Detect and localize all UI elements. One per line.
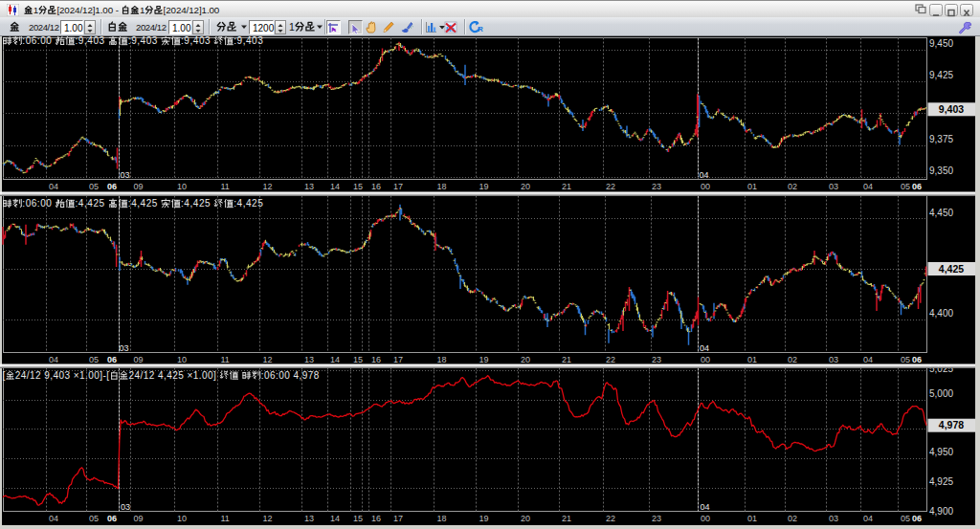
svg-text:20: 20 [521,514,530,523]
svg-text:18: 18 [437,182,447,191]
svg-text:03: 03 [120,343,129,353]
svg-text:06: 06 [107,355,117,364]
svg-text:06: 06 [912,355,922,364]
svg-text:03: 03 [829,355,838,364]
svg-text:4,400: 4,400 [929,308,953,319]
svg-text:4,950: 4,950 [929,447,953,457]
svg-text::9,403: :9,403 [181,36,211,46]
svg-text:20: 20 [521,182,530,191]
svg-text::9,403: :9,403 [234,36,263,46]
svg-text:17: 17 [393,182,403,191]
svg-text:17: 17 [393,355,403,364]
svg-text:24/12 4,425: 24/12 4,425 [129,370,185,381]
svg-text:02: 02 [788,514,797,523]
svg-text:16: 16 [371,514,381,523]
svg-text:R: R [478,25,483,33]
svg-text:10: 10 [177,355,187,364]
svg-text:04: 04 [49,182,58,191]
svg-text:12: 12 [263,182,273,191]
svg-text:×1.00]: ×1.00] [188,370,217,381]
svg-text:4,900: 4,900 [929,506,953,517]
svg-text:13: 13 [304,514,314,523]
svg-text:11: 11 [221,182,230,191]
svg-text:04: 04 [863,182,873,191]
svg-text:06: 06 [912,514,922,523]
svg-text:14: 14 [330,355,340,364]
svg-text:06: 06 [912,182,922,191]
svg-text:18: 18 [437,514,447,523]
svg-text:4,978: 4,978 [939,419,964,430]
svg-text:02: 02 [788,355,797,364]
svg-text:4,425: 4,425 [939,263,964,275]
svg-text:05: 05 [901,355,910,364]
svg-text:01: 01 [747,514,757,523]
svg-text::4,425: :4,425 [128,198,158,209]
svg-text::9,403: :9,403 [76,36,105,46]
svg-text:09: 09 [134,514,144,523]
svg-text:20: 20 [521,355,530,364]
svg-text::06:00 4,978: :06:00 4,978 [261,370,320,381]
svg-text:2024/12: 2024/12 [136,22,167,33]
svg-text:9,403: 9,403 [939,103,964,115]
svg-text:14: 14 [330,514,340,523]
svg-text:[2024/12]1.00: [2024/12]1.00 [164,5,220,15]
svg-text:05: 05 [901,514,910,523]
svg-text:22: 22 [606,355,615,364]
svg-text:21: 21 [562,514,571,523]
svg-text:04: 04 [701,502,710,512]
svg-text:00: 00 [701,514,710,523]
svg-text:22: 22 [606,182,615,191]
svg-text::4,425: :4,425 [234,198,263,209]
svg-text:01: 01 [747,182,757,191]
svg-text:24/12 9,403: 24/12 9,403 [15,370,71,381]
svg-text:2024/12: 2024/12 [29,22,59,33]
svg-text:09: 09 [134,355,144,364]
svg-text:9,450: 9,450 [929,38,953,49]
svg-text:06: 06 [107,182,117,191]
svg-text:12: 12 [263,355,273,364]
svg-text:04: 04 [49,514,58,523]
svg-text::4,425: :4,425 [181,198,211,209]
svg-text::06:00: :06:00 [22,36,52,46]
svg-text:16: 16 [371,182,381,191]
svg-text:21: 21 [562,355,571,364]
svg-text:4,925: 4,925 [929,476,953,487]
svg-text:[: [ [3,370,6,381]
svg-text:03: 03 [121,170,130,180]
svg-text:19: 19 [479,182,489,191]
svg-text:04: 04 [863,514,873,523]
svg-text:06: 06 [107,514,117,523]
svg-text:16: 16 [371,355,381,364]
svg-text:05: 05 [89,182,99,191]
svg-text:[2024/12]1.00 -: [2024/12]1.00 - [56,5,118,15]
svg-text:11: 11 [221,355,230,364]
svg-text:15: 15 [353,514,363,523]
svg-text:00: 00 [701,182,710,191]
svg-text:05: 05 [89,514,99,523]
svg-text:9,425: 9,425 [929,70,953,80]
svg-text:17: 17 [393,514,403,523]
svg-text:01: 01 [747,355,757,364]
svg-text:23: 23 [652,514,661,523]
svg-text:5,000: 5,000 [929,388,953,399]
svg-text:23: 23 [652,355,661,364]
svg-text:09: 09 [134,182,144,191]
svg-text:×1.00]-[: ×1.00]-[ [74,370,110,381]
svg-text:04: 04 [700,170,709,180]
svg-text:13: 13 [304,355,314,364]
svg-text::9,403: :9,403 [128,36,158,46]
svg-text:18: 18 [437,355,447,364]
svg-text::06:00: :06:00 [22,198,52,209]
svg-text:02: 02 [788,182,797,191]
svg-text:4,450: 4,450 [929,208,953,218]
svg-text:13: 13 [304,182,314,191]
svg-text:04: 04 [49,355,58,364]
svg-text:22: 22 [606,514,615,523]
svg-text:1: 1 [33,5,38,15]
svg-text:9,375: 9,375 [929,134,953,144]
svg-text:1: 1 [140,5,145,15]
svg-text:9,350: 9,350 [929,165,953,176]
svg-text:00: 00 [701,355,710,364]
svg-text:19: 19 [479,514,489,523]
svg-text:04: 04 [863,355,873,364]
